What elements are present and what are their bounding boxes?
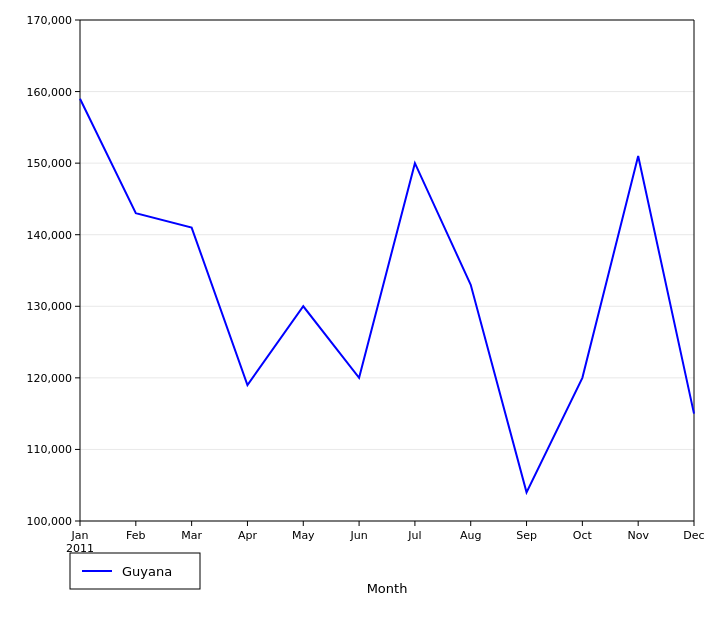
x-tick-label: Jun bbox=[349, 529, 367, 542]
y-tick-label: 150,000 bbox=[27, 157, 73, 170]
y-tick-label: 130,000 bbox=[27, 300, 73, 313]
x-tick-label: Nov bbox=[627, 529, 649, 542]
x-tick-label: Dec bbox=[683, 529, 704, 542]
y-tick-label: 140,000 bbox=[27, 229, 73, 242]
y-tick-label: 100,000 bbox=[27, 515, 73, 528]
y-tick-label: 160,000 bbox=[27, 86, 73, 99]
x-tick-label: Apr bbox=[238, 529, 258, 542]
x-tick-label: Mar bbox=[181, 529, 202, 542]
y-tick-label: 170,000 bbox=[27, 14, 73, 27]
x-tick-label: Sep bbox=[516, 529, 537, 542]
line-chart: 100,000110,000120,000130,000140,000150,0… bbox=[0, 0, 724, 621]
y-tick-label: 110,000 bbox=[27, 443, 73, 456]
x-tick-label: Jul bbox=[407, 529, 421, 542]
x-tick-label: Oct bbox=[573, 529, 593, 542]
x-tick-label-jan: Jan bbox=[71, 529, 89, 542]
background bbox=[0, 0, 724, 621]
x-axis-label: Month bbox=[367, 581, 408, 596]
chart-container: 100,000110,000120,000130,000140,000150,0… bbox=[0, 0, 724, 621]
legend-label-guyana: Guyana bbox=[122, 564, 172, 579]
x-tick-label: May bbox=[292, 529, 315, 542]
x-tick-label: Feb bbox=[126, 529, 145, 542]
y-tick-label: 120,000 bbox=[27, 372, 73, 385]
x-tick-label: Aug bbox=[460, 529, 481, 542]
